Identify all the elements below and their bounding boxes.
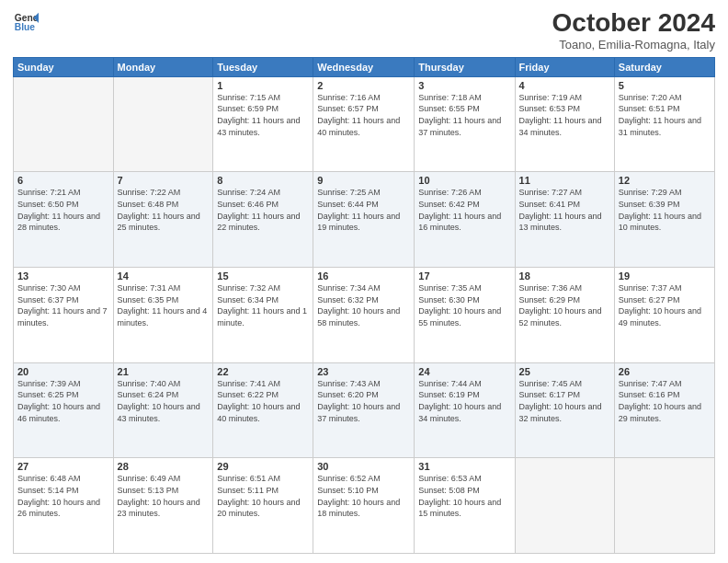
table-row: 15Sunrise: 7:32 AM Sunset: 6:34 PM Dayli… <box>213 268 313 363</box>
table-row: 3Sunrise: 7:18 AM Sunset: 6:55 PM Daylig… <box>415 76 515 172</box>
header-tuesday: Tuesday <box>213 57 313 76</box>
day-info: Sunrise: 7:20 AM Sunset: 6:51 PM Dayligh… <box>619 92 711 138</box>
table-row: 18Sunrise: 7:36 AM Sunset: 6:29 PM Dayli… <box>515 268 614 363</box>
table-row: 6Sunrise: 7:21 AM Sunset: 6:50 PM Daylig… <box>14 172 114 268</box>
table-row: 27Sunrise: 6:48 AM Sunset: 5:14 PM Dayli… <box>14 458 114 554</box>
header: General Blue October 2024 Toano, Emilia-… <box>13 9 715 52</box>
day-info: Sunrise: 7:19 AM Sunset: 6:53 PM Dayligh… <box>519 92 610 138</box>
calendar-week-row: 13Sunrise: 7:30 AM Sunset: 6:37 PM Dayli… <box>14 268 715 363</box>
day-info: Sunrise: 6:49 AM Sunset: 5:13 PM Dayligh… <box>118 473 210 519</box>
day-info: Sunrise: 7:37 AM Sunset: 6:27 PM Dayligh… <box>619 282 711 328</box>
table-row: 31Sunrise: 6:53 AM Sunset: 5:08 PM Dayli… <box>415 458 515 554</box>
day-number: 21 <box>118 366 210 377</box>
day-info: Sunrise: 7:26 AM Sunset: 6:42 PM Dayligh… <box>418 187 510 233</box>
calendar-week-row: 27Sunrise: 6:48 AM Sunset: 5:14 PM Dayli… <box>14 458 715 554</box>
day-info: Sunrise: 6:51 AM Sunset: 5:11 PM Dayligh… <box>217 473 309 519</box>
day-number: 27 <box>17 461 109 472</box>
calendar-table: Sunday Monday Tuesday Wednesday Thursday… <box>13 57 715 554</box>
day-info: Sunrise: 7:44 AM Sunset: 6:19 PM Dayligh… <box>418 378 510 424</box>
header-sunday: Sunday <box>14 57 114 76</box>
day-info: Sunrise: 7:24 AM Sunset: 6:46 PM Dayligh… <box>217 187 309 233</box>
header-saturday: Saturday <box>614 57 714 76</box>
table-row: 28Sunrise: 6:49 AM Sunset: 5:13 PM Dayli… <box>113 458 213 554</box>
day-number: 25 <box>519 366 610 377</box>
day-number: 5 <box>619 80 711 91</box>
day-number: 30 <box>317 461 410 472</box>
day-number: 4 <box>519 80 610 91</box>
table-row: 22Sunrise: 7:41 AM Sunset: 6:22 PM Dayli… <box>213 362 313 458</box>
day-info: Sunrise: 7:30 AM Sunset: 6:37 PM Dayligh… <box>17 282 109 328</box>
header-wednesday: Wednesday <box>313 57 415 76</box>
table-row: 30Sunrise: 6:52 AM Sunset: 5:10 PM Dayli… <box>313 458 415 554</box>
table-row: 21Sunrise: 7:40 AM Sunset: 6:24 PM Dayli… <box>113 362 213 458</box>
logo-icon: General Blue <box>13 9 39 35</box>
table-row: 1Sunrise: 7:15 AM Sunset: 6:59 PM Daylig… <box>213 76 313 172</box>
table-row: 13Sunrise: 7:30 AM Sunset: 6:37 PM Dayli… <box>14 268 114 363</box>
day-number: 29 <box>217 461 309 472</box>
day-info: Sunrise: 6:52 AM Sunset: 5:10 PM Dayligh… <box>317 473 410 519</box>
day-info: Sunrise: 7:45 AM Sunset: 6:17 PM Dayligh… <box>519 378 610 424</box>
table-row: 29Sunrise: 6:51 AM Sunset: 5:11 PM Dayli… <box>213 458 313 554</box>
day-number: 22 <box>217 366 309 377</box>
table-row: 16Sunrise: 7:34 AM Sunset: 6:32 PM Dayli… <box>313 268 415 363</box>
day-number: 28 <box>118 461 210 472</box>
table-row: 17Sunrise: 7:35 AM Sunset: 6:30 PM Dayli… <box>415 268 515 363</box>
day-info: Sunrise: 7:43 AM Sunset: 6:20 PM Dayligh… <box>317 378 410 424</box>
day-info: Sunrise: 7:31 AM Sunset: 6:35 PM Dayligh… <box>118 282 210 328</box>
day-number: 31 <box>418 461 510 472</box>
day-info: Sunrise: 7:25 AM Sunset: 6:44 PM Dayligh… <box>317 187 410 233</box>
day-info: Sunrise: 7:36 AM Sunset: 6:29 PM Dayligh… <box>519 282 610 328</box>
day-number: 9 <box>317 175 410 186</box>
day-info: Sunrise: 7:40 AM Sunset: 6:24 PM Dayligh… <box>118 378 210 424</box>
day-info: Sunrise: 7:16 AM Sunset: 6:57 PM Dayligh… <box>317 92 410 138</box>
table-row: 7Sunrise: 7:22 AM Sunset: 6:48 PM Daylig… <box>113 172 213 268</box>
day-number: 16 <box>317 270 410 282</box>
calendar-week-row: 6Sunrise: 7:21 AM Sunset: 6:50 PM Daylig… <box>14 172 715 268</box>
day-info: Sunrise: 7:27 AM Sunset: 6:41 PM Dayligh… <box>519 187 610 233</box>
table-row: 11Sunrise: 7:27 AM Sunset: 6:41 PM Dayli… <box>515 172 614 268</box>
logo: General Blue <box>13 9 40 35</box>
day-info: Sunrise: 7:15 AM Sunset: 6:59 PM Dayligh… <box>217 92 309 138</box>
table-row <box>614 458 714 554</box>
day-number: 12 <box>619 175 711 186</box>
table-row: 23Sunrise: 7:43 AM Sunset: 6:20 PM Dayli… <box>313 362 415 458</box>
header-thursday: Thursday <box>415 57 515 76</box>
day-number: 24 <box>418 366 510 377</box>
table-row: 9Sunrise: 7:25 AM Sunset: 6:44 PM Daylig… <box>313 172 415 268</box>
day-number: 6 <box>17 175 109 186</box>
header-friday: Friday <box>515 57 614 76</box>
table-row: 19Sunrise: 7:37 AM Sunset: 6:27 PM Dayli… <box>614 268 714 363</box>
day-number: 1 <box>217 80 309 91</box>
table-row: 14Sunrise: 7:31 AM Sunset: 6:35 PM Dayli… <box>113 268 213 363</box>
table-row: 8Sunrise: 7:24 AM Sunset: 6:46 PM Daylig… <box>213 172 313 268</box>
day-info: Sunrise: 7:47 AM Sunset: 6:16 PM Dayligh… <box>619 378 711 424</box>
table-row: 5Sunrise: 7:20 AM Sunset: 6:51 PM Daylig… <box>614 76 714 172</box>
day-number: 20 <box>17 366 109 377</box>
day-number: 17 <box>418 270 510 282</box>
day-info: Sunrise: 7:29 AM Sunset: 6:39 PM Dayligh… <box>619 187 711 233</box>
table-row <box>14 76 114 172</box>
table-row: 20Sunrise: 7:39 AM Sunset: 6:25 PM Dayli… <box>14 362 114 458</box>
table-row: 12Sunrise: 7:29 AM Sunset: 6:39 PM Dayli… <box>614 172 714 268</box>
day-info: Sunrise: 7:32 AM Sunset: 6:34 PM Dayligh… <box>217 282 309 328</box>
table-row: 25Sunrise: 7:45 AM Sunset: 6:17 PM Dayli… <box>515 362 614 458</box>
day-info: Sunrise: 6:53 AM Sunset: 5:08 PM Dayligh… <box>418 473 510 519</box>
day-info: Sunrise: 7:18 AM Sunset: 6:55 PM Dayligh… <box>418 92 510 138</box>
day-number: 2 <box>317 80 410 91</box>
table-row: 10Sunrise: 7:26 AM Sunset: 6:42 PM Dayli… <box>415 172 515 268</box>
day-number: 11 <box>519 175 610 186</box>
month-title: October 2024 <box>552 9 715 38</box>
day-number: 15 <box>217 270 309 282</box>
day-number: 10 <box>418 175 510 186</box>
location: Toano, Emilia-Romagna, Italy <box>552 38 715 52</box>
table-row: 24Sunrise: 7:44 AM Sunset: 6:19 PM Dayli… <box>415 362 515 458</box>
day-info: Sunrise: 7:22 AM Sunset: 6:48 PM Dayligh… <box>118 187 210 233</box>
calendar-header-row: Sunday Monday Tuesday Wednesday Thursday… <box>14 57 715 76</box>
table-row: 2Sunrise: 7:16 AM Sunset: 6:57 PM Daylig… <box>313 76 415 172</box>
day-number: 26 <box>619 366 711 377</box>
calendar-week-row: 1Sunrise: 7:15 AM Sunset: 6:59 PM Daylig… <box>14 76 715 172</box>
day-number: 18 <box>519 270 610 282</box>
page: General Blue October 2024 Toano, Emilia-… <box>0 0 728 563</box>
day-info: Sunrise: 7:39 AM Sunset: 6:25 PM Dayligh… <box>17 378 109 424</box>
table-row: 4Sunrise: 7:19 AM Sunset: 6:53 PM Daylig… <box>515 76 614 172</box>
